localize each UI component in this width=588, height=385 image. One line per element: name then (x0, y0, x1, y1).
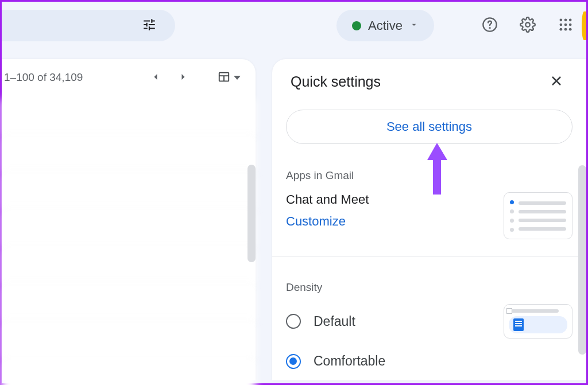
account-avatar[interactable] (582, 11, 586, 40)
chevron-right-icon (177, 71, 189, 84)
chat-meet-heading: Chat and Meet (286, 192, 369, 207)
help-button[interactable] (476, 12, 504, 40)
svg-point-1 (489, 28, 490, 28)
radio-icon (286, 314, 301, 329)
next-page-button[interactable] (172, 66, 195, 89)
status-dot-icon (352, 21, 361, 30)
svg-point-4 (564, 19, 567, 22)
svg-point-3 (560, 19, 563, 22)
apps-button[interactable] (552, 12, 579, 40)
density-option-default[interactable]: Default (286, 304, 572, 339)
density-label: Default (314, 314, 355, 329)
mail-list (2, 96, 256, 385)
mail-row[interactable] (2, 137, 256, 174)
mail-row[interactable] (2, 360, 256, 385)
search-filter-pill[interactable] (2, 10, 175, 41)
mail-list-panel: 1–100 of 34,109 (2, 59, 256, 380)
apps-section-label: Apps in Gmail (286, 169, 572, 182)
mail-row[interactable] (2, 99, 256, 137)
mail-row[interactable] (2, 248, 256, 286)
chevron-down-icon (409, 20, 419, 32)
dropdown-caret-icon (234, 76, 241, 80)
density-option-comfortable[interactable]: Comfortable (286, 353, 572, 369)
close-icon (550, 74, 563, 90)
chevron-left-icon (150, 71, 161, 84)
status-chip[interactable]: Active (336, 10, 434, 41)
svg-point-8 (569, 24, 572, 26)
quick-settings-title: Quick settings (291, 73, 381, 90)
svg-point-11 (569, 28, 572, 31)
close-button[interactable] (545, 70, 568, 93)
quick-settings-panel: Quick settings See all settings Apps in … (272, 59, 586, 380)
svg-point-10 (564, 28, 567, 31)
svg-point-5 (569, 19, 572, 22)
split-pane-button[interactable] (213, 67, 245, 88)
apps-preview-thumbnail (504, 192, 572, 239)
mail-row[interactable] (2, 211, 256, 248)
density-label: Comfortable (314, 353, 385, 369)
panel-scrollbar[interactable] (578, 165, 586, 355)
page-range-label: 1–100 of 34,109 (4, 71, 83, 84)
split-pane-icon (218, 71, 230, 85)
see-all-settings-button[interactable]: See all settings (286, 110, 572, 144)
density-section-label: Density (286, 281, 572, 294)
svg-point-9 (560, 28, 563, 31)
tune-icon (142, 17, 157, 34)
prev-page-button[interactable] (144, 66, 167, 89)
status-label: Active (368, 18, 403, 33)
density-preview-thumbnail (504, 304, 572, 339)
svg-point-7 (564, 24, 567, 26)
mail-row[interactable] (2, 323, 256, 360)
settings-button[interactable] (514, 12, 541, 40)
gear-icon (520, 17, 536, 34)
apps-grid-icon (558, 17, 574, 34)
svg-point-2 (525, 22, 529, 26)
mail-row[interactable] (2, 286, 256, 323)
mail-row[interactable] (2, 174, 256, 211)
mail-scrollbar[interactable] (247, 165, 256, 262)
radio-selected-icon (286, 354, 301, 369)
customize-link[interactable]: Customize (286, 214, 369, 229)
svg-point-6 (560, 24, 563, 26)
help-icon (482, 17, 498, 34)
